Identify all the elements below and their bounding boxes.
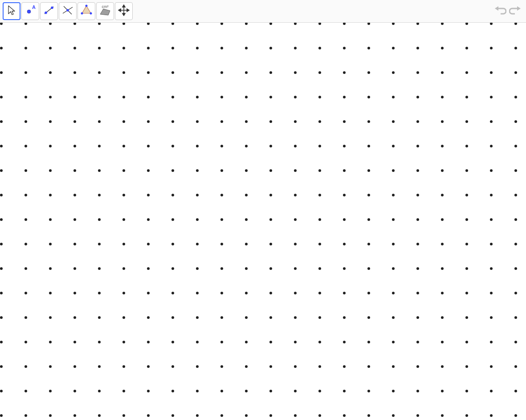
grid-dot [171,194,174,196]
grid-dot [441,316,444,319]
grid-dot [490,169,493,172]
grid-dot [441,23,444,25]
grid-dot [24,145,27,147]
grid-dot [0,267,3,270]
redo-button[interactable] [508,4,522,18]
grid-dot [220,96,223,98]
grid-dot [294,23,297,25]
grid-dot [245,267,248,270]
grid-dot [245,120,248,123]
svg-line-1 [45,7,53,14]
grid-dot [220,169,223,172]
grid-dot [318,243,321,245]
grid-dot [294,292,297,294]
grid-dot [245,365,248,368]
grid-dot [147,169,150,172]
grid-dot [441,292,444,294]
grid-dot [514,390,517,392]
grid-dot [490,341,493,343]
grid-dot [490,47,493,49]
redo-icon [509,6,522,16]
grid-dot [367,96,370,98]
grid-dot [441,120,444,123]
grid-dot [98,120,101,123]
grid-dot [490,145,493,147]
grid-dot [269,316,272,319]
grid-dot [465,120,468,123]
grid-dot [147,23,150,25]
point-tool-button[interactable]: A [21,2,39,20]
grid-dot [147,292,150,294]
grid-dot [49,71,52,74]
grid-dot [441,145,444,147]
grid-dot [490,96,493,98]
grid-dot [441,365,444,368]
grid-dot [294,194,297,196]
grid-dot [171,414,174,417]
grid-dot [318,365,321,368]
grid-dot [416,292,419,294]
grid-dot [220,341,223,343]
grid-dot [196,194,199,196]
canvas-area[interactable] [0,23,526,420]
grid-dot [343,145,346,147]
grid-dot [367,71,370,74]
area-tool-button[interactable]: cm² [96,2,114,20]
grid-dot [245,47,248,49]
grid-dot [24,23,27,25]
grid-dot [367,341,370,343]
grid-dot [416,414,419,417]
move-tool-button[interactable] [3,2,20,20]
grid-dot [269,96,272,98]
grid-dot [171,218,174,221]
intersect-icon [61,4,74,19]
grid-dot [147,218,150,221]
grid-dot [98,414,101,417]
grid-dot [49,316,52,319]
pan-tool-button[interactable] [115,2,133,20]
grid-dot [0,145,3,147]
grid-dot [0,414,3,417]
svg-marker-16 [118,9,121,12]
grid-dot [318,292,321,294]
grid-dot [196,414,199,417]
grid-dot [367,292,370,294]
grid-dot [196,169,199,172]
grid-dot [269,169,272,172]
polygon-tool-button[interactable] [77,2,95,20]
line-icon [42,4,56,19]
grid-dot [343,341,346,343]
grid-dot [98,47,101,49]
grid-dot [49,23,52,25]
grid-dot [220,23,223,25]
grid-dot [220,71,223,74]
grid-dot [24,341,27,343]
grid-dot [490,316,493,319]
grid-dot [367,365,370,368]
grid-dot [441,71,444,74]
grid-dot [269,120,272,123]
grid-dot [98,243,101,245]
grid-dot [367,145,370,147]
grid-dot [318,23,321,25]
grid-dot [465,194,468,196]
grid-dot [343,23,346,25]
grid-dot [269,243,272,245]
grid-dot [122,23,125,25]
grid-dot [514,71,517,74]
grid-dot [465,23,468,25]
grid-dot [24,316,27,319]
grid-dot [318,47,321,49]
undo-button[interactable] [493,4,507,18]
svg-marker-15 [122,13,125,16]
grid-dot [294,267,297,270]
intersect-tool-button[interactable] [59,2,77,20]
grid-dot [122,96,125,98]
grid-dot [343,292,346,294]
grid-dot [171,169,174,172]
grid-dot [441,218,444,221]
grid-dot [318,316,321,319]
line-tool-button[interactable] [40,2,58,20]
grid-dot [392,71,395,74]
grid-dot [220,316,223,319]
